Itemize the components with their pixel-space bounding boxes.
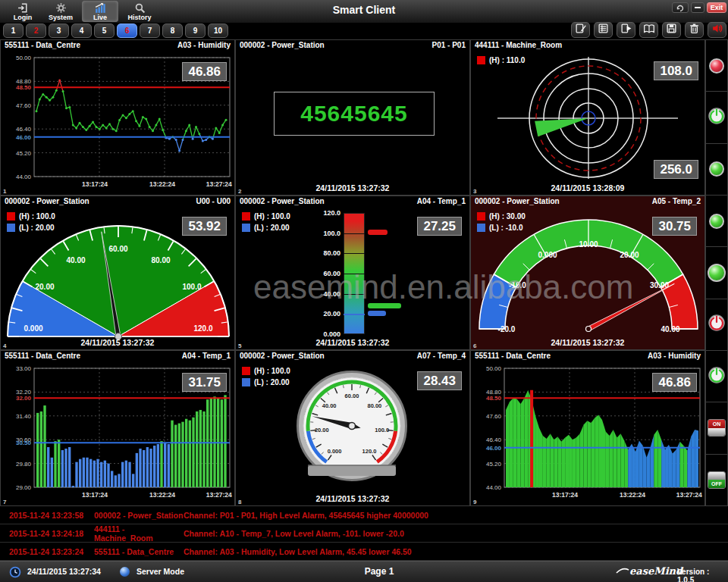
status-led-button[interactable] [708,264,726,282]
nav-item-live[interactable]: Live [82,1,118,22]
legend-item: (L) : -10.0 [477,222,526,233]
svg-text:44.00: 44.00 [486,484,502,491]
page-button-2[interactable]: 2 [26,23,46,38]
power-on-button[interactable] [708,108,725,127]
legend-label: (H) : 100.0 [254,367,290,375]
book-icon [643,23,655,37]
chart-area: (H) : 100.0(L) : 20.0024/11/2015 13:27:3… [236,206,469,349]
nav-item-system[interactable]: System [42,1,79,22]
list-icon [598,23,609,37]
power-off-button[interactable] [708,314,725,334]
rocker-on-switch[interactable]: ON [708,419,726,436]
svg-text:29.80: 29.80 [16,461,32,468]
panel-timestamp: 24/11/2015 13:28:09 [471,183,704,192]
page-button-1[interactable]: 1 [3,23,24,38]
gauge-marker [368,230,388,235]
minimize-button[interactable] [691,2,704,13]
logo-swoosh-icon [616,566,629,577]
value-readout: 27.25 [417,217,462,236]
speaker-toolbar-button[interactable] [708,22,726,38]
refresh-button[interactable] [672,2,689,13]
svg-text:13:27:24: 13:27:24 [206,180,232,188]
side-cell: OFF [705,455,728,506]
value-readout: 31.75 [182,373,227,392]
svg-text:40.00: 40.00 [661,325,679,333]
channel-label: A04 - Temp_1 [417,196,466,206]
speaker-icon [711,23,723,37]
page-button-8[interactable]: 8 [162,23,183,38]
play-toolbar-button[interactable] [617,22,635,38]
svg-text:10.00: 10.00 [579,240,598,249]
svg-text:13:17:24: 13:17:24 [82,180,108,188]
legend-swatch [477,224,485,232]
power-on-button[interactable] [708,367,725,386]
chart-area: 50.0048.8048.5047.6046.4046.0045.2044.00… [471,361,704,505]
chart-area: (H) : 30.00(L) : -10.024/11/2015 13:27:3… [471,206,704,349]
status-led-button[interactable] [709,161,724,177]
legend-swatch [7,212,15,221]
legend: (H) : 100.0(L) : 20.00 [242,211,290,233]
page-button-9[interactable]: 9 [185,23,206,38]
station-label: 000002 - Power_Station [240,196,325,206]
panel-header: 555111 - Data_CentreA03 - Humidity [471,351,704,361]
page-button-3[interactable]: 3 [49,23,69,38]
play-icon [620,23,632,37]
svg-text:50.00: 50.00 [16,55,32,61]
brand-name: easeMind [629,565,682,577]
side-cell [705,351,728,402]
edit-toolbar-button[interactable] [571,22,590,38]
svg-text:44.00: 44.00 [16,174,32,180]
svg-text:40.00: 40.00 [66,256,85,264]
value-readout: 28.43 [417,371,462,390]
legend-swatch [7,224,15,232]
side-cell [705,299,728,351]
alarm-station: 000002 - Power_Station [94,511,184,520]
exit-button[interactable]: Exit [707,2,726,13]
save-toolbar-button[interactable] [662,22,681,38]
rocker-label: ON [708,420,725,428]
panel-header: 000002 - Power_StationA07 - Temp_4 [236,351,469,361]
panel-digital-readout: 000002 - Power_StationP01 - P0124/11/201… [235,39,470,196]
alarm-led-button[interactable] [709,58,724,74]
nav-item-login[interactable]: Login [5,1,41,22]
alarm-station: 444111 - Machine_Room [94,524,184,543]
legend-swatch [242,378,250,386]
trash-toolbar-button[interactable] [685,22,704,38]
alarm-row[interactable]: 2015-11-24 13:23:58000002 - Power_Statio… [0,506,728,524]
page-button-6[interactable]: 6 [117,23,137,38]
legend: (H) : 100.0(L) : 20.00 [242,365,290,388]
panel-number: 3 [473,188,476,195]
legend-label: (L) : 20.00 [254,378,290,386]
legend-item: (H) : 110.0 [477,55,525,66]
status-bar: 24/11/2015 13:27:34 Server Mode Page 1 e… [0,561,728,582]
page-button-7[interactable]: 7 [140,23,160,38]
panel-timestamp: 24/11/2015 13:27:32 [236,183,469,192]
page-button-4[interactable]: 4 [71,23,92,38]
alarm-message: Channel: A03 - Humidity, Low Level Alarm… [184,547,728,556]
alarm-row[interactable]: 2015-11-24 13:23:24555111 - Data_CentreC… [0,543,728,561]
page-button-5[interactable]: 5 [94,23,115,38]
status-time: 24/11/2015 13:27:34 [27,567,101,576]
status-led-button[interactable] [709,214,724,229]
nav-item-history[interactable]: History [121,1,158,22]
alarm-row[interactable]: 2015-11-24 13:24:18444111 - Machine_Room… [0,524,728,543]
book-toolbar-button[interactable] [639,22,658,38]
alarm-list: 2015-11-24 13:23:58000002 - Power_Statio… [0,506,728,561]
panel-header: 000002 - Power_StationP01 - P01 [236,40,469,50]
legend-label: (L) : 20.00 [19,224,55,232]
list-toolbar-button[interactable] [594,22,613,38]
station-label: 000002 - Power_Station [240,351,325,361]
panel-timestamp: 24/11/2015 13:27:32 [1,338,234,347]
rocker-off-switch[interactable]: OFF [708,471,726,489]
version-label: Version : 1.0.5 [677,568,728,582]
threshold-line [344,253,365,254]
axis-tick-label: 80.00 [306,249,340,257]
legend: (H) : 110.0 [477,55,525,66]
station-label: 444111 - Machine_Room [475,40,562,50]
page-button-10[interactable]: 10 [208,23,228,38]
svg-text:13:27:24: 13:27:24 [206,491,232,499]
channel-label: A03 - Humidity [648,351,701,361]
alarm-message: Channel: A10 - Temp_7, Low Level Alarm, … [184,529,728,538]
panel-bar-chart: 555111 - Data_CentreA04 - Temp_133.0032.… [0,350,235,506]
legend-item: (H) : 100.0 [242,211,290,222]
